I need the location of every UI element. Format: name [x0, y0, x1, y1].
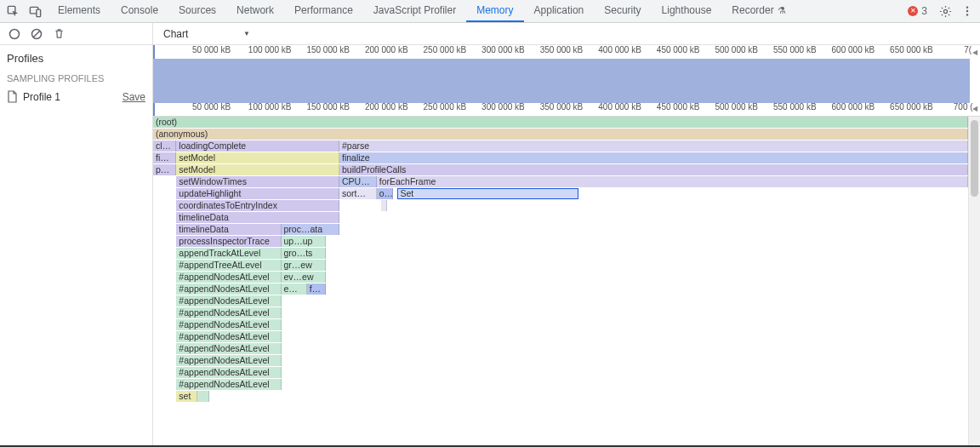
tab-recorder[interactable]: Recorder⚗	[721, 0, 795, 22]
flame-bar[interactable]: #appendNodesAtLevel	[176, 284, 281, 295]
clear-button[interactable]	[29, 26, 44, 42]
flame-row: timelineData	[153, 212, 968, 224]
delete-button[interactable]	[51, 26, 66, 42]
flame-bar[interactable]: #appendNodesAtLevel	[176, 319, 281, 330]
flame-row: fin…cesetModelfinalize	[153, 152, 968, 164]
overview-minimap[interactable]: 50 000 kB100 000 kB150 000 kB200 000 kB2…	[153, 45, 980, 117]
flame-row: (root)	[153, 117, 968, 129]
ruler-tick: 350 000 kB	[540, 102, 584, 112]
flame-bar[interactable]: processInspectorTrace	[176, 236, 281, 247]
flame-bar[interactable]: buildProfileCalls	[339, 164, 968, 175]
flame-row: #appendNodesAtLevele…f…r	[153, 284, 968, 295]
ruler-tick: 600 000 kB	[832, 45, 875, 54]
tab-console[interactable]: Console	[111, 0, 168, 22]
flame-bar[interactable]: #appendNodesAtLevel	[176, 295, 281, 307]
tab-network[interactable]: Network	[226, 0, 284, 22]
record-button[interactable]	[7, 26, 22, 42]
flame-row: #appendTreeAtLevelgr…ew	[153, 260, 968, 272]
flame-bar[interactable]: #appendNodesAtLevel	[176, 307, 281, 318]
ruler-tick: 600 000 kB	[832, 102, 875, 112]
flame-bar[interactable]: #appendNodesAtLevel	[176, 272, 281, 283]
tab-elements[interactable]: Elements	[48, 0, 111, 22]
flame-bar[interactable]: timelineData	[176, 212, 339, 223]
flame-bar[interactable]: #appendTreeAtLevel	[176, 260, 281, 271]
flame-bar[interactable]: #appendNodesAtLevel	[176, 331, 281, 342]
flame-row: #appendNodesAtLevel	[153, 319, 968, 331]
flame-bar[interactable]: coordinatesToEntryIndex	[176, 200, 339, 211]
flame-bar[interactable]: appendTrackAtLevel	[176, 248, 281, 259]
ruler-tick: 300 000 kB	[481, 45, 525, 54]
tab-security[interactable]: Security	[594, 0, 651, 22]
flame-bar[interactable]: setModel	[176, 164, 339, 175]
inspect-element-icon[interactable]	[3, 2, 22, 20]
panel-tabs: ElementsConsoleSourcesNetworkPerformance…	[48, 0, 796, 22]
ruler-tick: 650 000 kB	[890, 102, 933, 112]
flame-bar[interactable]: fin…ce	[153, 152, 176, 163]
ruler-tick: 200 000 kB	[365, 102, 408, 112]
settings-icon[interactable]	[936, 2, 954, 20]
vertical-scrollbar[interactable]	[968, 117, 980, 446]
ruler-tick: 50 000 kB	[192, 45, 231, 54]
flame-bar[interactable]: e…	[282, 284, 307, 295]
profile-list-item[interactable]: Profile 1 Save	[0, 87, 152, 106]
flame-row: updateHighlightsort…pleso…kSet	[153, 188, 968, 200]
flame-chart[interactable]: (root)(anonymous)closeloadingComplete#pa…	[153, 117, 968, 446]
more-icon[interactable]	[958, 2, 977, 20]
tab-application[interactable]: Application	[524, 0, 595, 22]
flame-bar[interactable]: gro…ts	[282, 248, 326, 259]
flame-bar[interactable]: f…r	[307, 284, 326, 295]
tab-memory[interactable]: Memory	[466, 0, 523, 22]
save-link[interactable]: Save	[122, 91, 145, 103]
flame-bar[interactable]: #appendNodesAtLevel	[176, 379, 281, 390]
flame-row: pa…atsetModelbuildProfileCalls	[153, 164, 968, 176]
flame-bar[interactable]: setWindowTimes	[176, 176, 339, 187]
tab-lighthouse[interactable]: Lighthouse	[652, 0, 722, 22]
flame-bar[interactable]: Set	[397, 188, 578, 199]
flame-bar[interactable]: o…k	[377, 188, 393, 199]
flame-bar[interactable]: #parse	[339, 140, 968, 152]
flame-bar[interactable]: #appendNodesAtLevel	[176, 343, 281, 354]
device-toolbar-icon[interactable]	[26, 2, 44, 20]
flame-bar[interactable]: (anonymous)	[153, 129, 968, 140]
flame-bar[interactable]: CPUP…del	[339, 176, 377, 187]
flame-row: #appendNodesAtLevel	[153, 295, 968, 307]
view-select[interactable]: Chart ▼	[160, 26, 254, 42]
flame-bar[interactable]: setModel	[176, 152, 339, 163]
tab-javascript-profiler[interactable]: JavaScript Profiler	[363, 0, 466, 22]
flame-bar[interactable]	[381, 200, 387, 211]
flame-bar[interactable]: loadingComplete	[176, 140, 339, 152]
flame-bar[interactable]: set	[176, 391, 197, 402]
chevron-down-icon: ▼	[243, 30, 250, 37]
memory-panel: Chart ▼ 50 000 kB100 000 kB150 000 kB200…	[153, 23, 980, 446]
flame-bar[interactable]: #appendNodesAtLevel	[176, 367, 281, 378]
flame-bar[interactable]: forEachFrame	[377, 176, 968, 187]
tab-performance[interactable]: Performance	[284, 0, 363, 22]
flame-bar[interactable]: ev…ew	[282, 272, 326, 283]
profiles-heading: Profiles	[0, 45, 152, 70]
flame-bar[interactable]: (root)	[153, 117, 968, 128]
flame-bar[interactable]: up…up	[282, 236, 326, 247]
ruler-tick: 650 000 kB	[890, 45, 933, 54]
flame-bar[interactable]: proc…ata	[282, 224, 339, 235]
flame-bar[interactable]: sort…ples	[339, 188, 377, 199]
ruler-tick: 400 000 kB	[598, 45, 641, 54]
svg-point-3	[943, 9, 947, 13]
svg-point-6	[966, 14, 968, 15]
flame-bar[interactable]	[197, 391, 209, 402]
flame-bar[interactable]: updateHighlight	[176, 188, 339, 199]
error-indicator[interactable]: ✕ 3	[908, 5, 927, 17]
tab-label: Memory	[476, 4, 513, 16]
ruler-tick: 300 000 kB	[481, 102, 525, 112]
flame-bar[interactable]: #appendNodesAtLevel	[176, 355, 281, 366]
scrollbar-thumb[interactable]	[971, 120, 978, 197]
flame-bar[interactable]: close	[153, 140, 176, 152]
flame-bar[interactable]: pa…at	[153, 164, 176, 175]
flame-bar[interactable]: gr…ew	[282, 260, 326, 271]
flame-bar[interactable]: finalize	[339, 152, 968, 163]
tab-sources[interactable]: Sources	[168, 0, 226, 22]
flame-row: #appendNodesAtLevel	[153, 343, 968, 355]
flame-row: processInspectorTraceup…up	[153, 236, 968, 248]
ruler-tick: 150 000 kB	[306, 102, 350, 112]
flame-row: #appendNodesAtLevel	[153, 307, 968, 319]
flame-bar[interactable]: timelineData	[176, 224, 281, 235]
